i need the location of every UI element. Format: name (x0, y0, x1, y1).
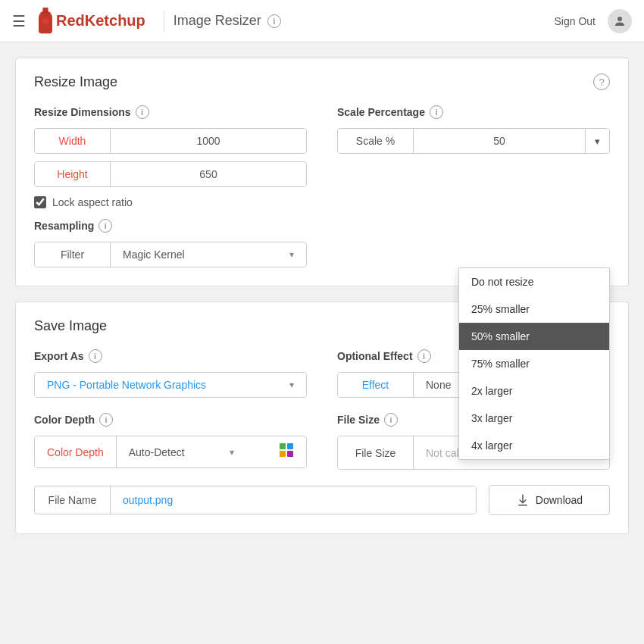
scale-dropdown-chevron-icon: ▾ (595, 136, 600, 147)
scale-row: Scale % 50 ▾ (337, 128, 610, 154)
export-row: PNG - Portable Network Graphics ▾ (34, 372, 307, 398)
effect-section-label: Optional Effect (337, 350, 413, 362)
color-value-text: Auto-Detect (129, 446, 185, 458)
dimensions-label: Resize Dimensions (34, 106, 131, 118)
export-value-text: PNG - Portable Network Graphics (47, 379, 206, 391)
width-label: Width (35, 129, 111, 153)
export-label: Export As (34, 350, 84, 362)
color-field-label: Color Depth (35, 436, 117, 467)
svg-rect-4 (280, 443, 286, 449)
width-input[interactable]: 1000 (111, 129, 306, 153)
scale-option-25-smaller[interactable]: 25% smaller (459, 295, 609, 323)
brand-name: RedKetchup (56, 12, 145, 30)
color-grid-icon (279, 442, 294, 461)
scale-option-2x-larger[interactable]: 2x larger (459, 377, 609, 405)
save-left-col: Export As i PNG - Portable Network Graph… (34, 349, 307, 470)
resize-left-col: Resize Dimensions i Width 1000 Height 65… (34, 105, 307, 267)
header-divider (164, 11, 164, 32)
svg-rect-7 (287, 451, 293, 457)
effect-label: Effect (338, 373, 414, 397)
resize-columns: Resize Dimensions i Width 1000 Height 65… (34, 105, 610, 267)
menu-icon[interactable]: ☰ (12, 12, 26, 30)
lock-aspect-checkbox[interactable] (34, 196, 46, 208)
resampling-label: Resampling (34, 220, 94, 232)
export-label-row: Export As i (34, 349, 307, 363)
signout-link[interactable]: Sign Out (555, 15, 596, 27)
filesize-info-icon[interactable]: i (384, 413, 398, 427)
filesize-field-label: File Size (338, 436, 414, 469)
export-chevron-icon: ▾ (289, 380, 294, 390)
scale-label: Scale Percentage (337, 106, 425, 118)
color-depth-row: Color Depth Auto-Detect ▾ (34, 436, 307, 468)
logo-bottle-icon (35, 8, 56, 35)
scale-option-75-smaller[interactable]: 75% smaller (459, 350, 609, 377)
resize-title-group: Resize Image (34, 74, 117, 90)
save-title: Save Image (34, 318, 107, 334)
scale-option-4x-larger[interactable]: 4x larger (459, 432, 609, 459)
page-info-icon[interactable]: i (267, 14, 281, 28)
app-header: ☰ RedKetchup Image Resizer i Sign Out (0, 0, 644, 42)
lock-aspect-label: Lock aspect ratio (52, 196, 133, 208)
width-row: Width 1000 (34, 128, 307, 154)
svg-rect-6 (280, 451, 286, 457)
dimensions-info-icon[interactable]: i (136, 105, 149, 119)
page-title: Image Resizer (174, 13, 261, 29)
scale-dropdown-button[interactable]: ▾ (585, 129, 609, 153)
filename-input[interactable]: output.png (111, 486, 476, 514)
resize-card-title-row: Resize Image ? (34, 73, 610, 90)
resampling-info-icon[interactable]: i (98, 219, 112, 233)
color-chevron-icon: ▾ (230, 447, 234, 458)
main-content: Resize Image ? Resize Dimensions i Width… (0, 42, 644, 564)
height-label: Height (35, 162, 111, 186)
svg-rect-1 (42, 11, 48, 13)
resize-right-col: Scale Percentage i Scale % 50 ▾ Do not r… (337, 105, 610, 267)
resampling-label-row: Resampling i (34, 219, 307, 233)
resize-image-card: Resize Image ? Resize Dimensions i Width… (15, 58, 629, 286)
resize-help-icon[interactable]: ? (593, 73, 610, 90)
filter-value[interactable]: Magic Kernel ▾ (111, 242, 306, 267)
export-value[interactable]: PNG - Portable Network Graphics ▾ (35, 373, 306, 397)
download-button[interactable]: Download (489, 485, 610, 515)
save-title-group: Save Image (34, 318, 107, 334)
logo (35, 8, 56, 35)
dimensions-label-row: Resize Dimensions i (34, 105, 307, 119)
resize-title: Resize Image (34, 74, 117, 90)
filter-chevron-icon: ▾ (289, 249, 294, 260)
height-input[interactable]: 650 (111, 162, 306, 186)
filter-value-text: Magic Kernel (123, 249, 185, 261)
filename-row: File Name output.png (34, 486, 477, 514)
scale-option-50-smaller[interactable]: 50% smaller (459, 323, 609, 350)
svg-rect-5 (287, 443, 293, 449)
filesize-label: File Size (337, 414, 380, 426)
svg-point-3 (617, 17, 622, 21)
scale-option-do-not-resize[interactable]: Do not resize (459, 268, 609, 295)
scale-option-3x-larger[interactable]: 3x larger (459, 405, 609, 432)
effect-value-text: None (426, 379, 451, 391)
bottom-row: File Name output.png Download (34, 485, 610, 515)
export-info-icon[interactable]: i (89, 349, 102, 363)
download-label: Download (536, 494, 583, 506)
color-depth-label: Color Depth (34, 414, 95, 426)
scale-field-label: Scale % (338, 129, 414, 153)
scale-value[interactable]: 50 (414, 129, 585, 153)
color-depth-section: Color Depth i Color Depth Auto-Detect ▾ (34, 413, 307, 468)
scale-label-row: Scale Percentage i (337, 105, 610, 119)
svg-point-2 (42, 18, 49, 23)
height-row: Height 650 (34, 161, 307, 187)
color-depth-info-icon[interactable]: i (99, 413, 113, 427)
color-depth-label-row: Color Depth i (34, 413, 307, 427)
scale-info-icon[interactable]: i (430, 105, 443, 119)
user-avatar[interactable] (608, 9, 632, 33)
filter-row: Filter Magic Kernel ▾ (34, 242, 307, 267)
filename-label: File Name (35, 486, 111, 514)
color-value[interactable]: Auto-Detect ▾ (117, 436, 306, 467)
effect-info-icon[interactable]: i (417, 349, 431, 363)
lock-aspect-row: Lock aspect ratio (34, 196, 307, 208)
download-icon (516, 493, 530, 507)
filter-label: Filter (35, 242, 111, 267)
scale-dropdown-menu: Do not resize 25% smaller 50% smaller 75… (458, 267, 610, 460)
